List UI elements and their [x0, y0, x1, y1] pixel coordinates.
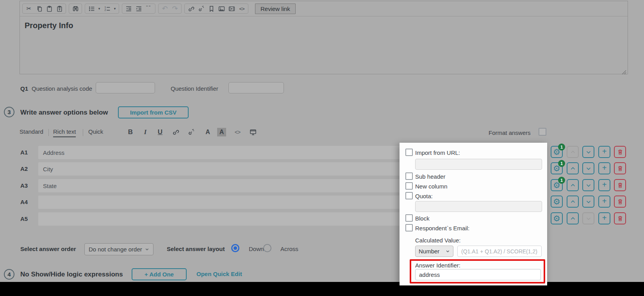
add-answer-button[interactable]: + — [598, 162, 610, 174]
bullet-list-icon[interactable] — [87, 4, 96, 13]
calculated-value-label: Calculated Value: — [415, 237, 460, 244]
underline-icon[interactable]: U — [155, 127, 165, 136]
answer-identifier-label: Answer Identifier: — [415, 262, 460, 269]
move-down-button[interactable] — [582, 196, 594, 208]
cut-icon[interactable]: ✂ — [24, 4, 34, 13]
link-icon[interactable] — [186, 4, 196, 13]
background-color-icon[interactable]: A — [217, 128, 226, 136]
outdent-icon[interactable] — [124, 4, 133, 13]
page: ✂ ▾ — [0, 0, 644, 296]
add-answer-button[interactable]: + — [598, 146, 610, 158]
undo-group: ↶ ↷ — [158, 4, 182, 14]
answer-row-id: A4 — [20, 199, 28, 205]
new-column-label: New column — [415, 183, 448, 190]
import-from-url-checkbox[interactable] — [405, 149, 413, 156]
review-link-button[interactable]: Review link — [255, 4, 296, 14]
copy-icon[interactable] — [34, 4, 44, 13]
add-answer-button[interactable]: + — [598, 179, 610, 191]
blockquote-icon[interactable]: “ — [144, 4, 153, 13]
code-icon[interactable]: <> — [233, 127, 242, 136]
answer-settings-button[interactable]: ⚙ — [551, 212, 563, 224]
tab-standard[interactable]: Standard — [20, 128, 43, 136]
add-answer-button[interactable]: + — [598, 196, 610, 208]
bullet-list-caret-icon[interactable]: ▾ — [97, 4, 102, 13]
redo-icon[interactable]: ↷ — [170, 4, 180, 13]
indent-icon[interactable] — [134, 4, 143, 13]
question-text-area[interactable]: Property Info — [20, 16, 628, 75]
move-up-button[interactable] — [567, 162, 579, 174]
numbered-list-caret-icon[interactable]: ▾ — [112, 4, 117, 13]
block-checkbox[interactable] — [405, 214, 413, 222]
move-up-button[interactable] — [567, 212, 579, 224]
answer-identifier-input[interactable] — [415, 269, 541, 280]
question-identifier-input[interactable] — [228, 82, 284, 93]
unlink-icon[interactable] — [196, 4, 206, 13]
move-down-button[interactable] — [582, 179, 594, 191]
link-icon[interactable] — [171, 127, 180, 136]
tab-quick[interactable]: Quick — [88, 128, 103, 136]
calc-type-select[interactable]: Number — [415, 246, 453, 257]
bookmark-icon[interactable] — [207, 4, 216, 13]
logic-section-title: No Show/Hide logic expressions — [20, 271, 123, 278]
import-url-input[interactable] — [415, 159, 542, 170]
move-up-button[interactable] — [567, 196, 579, 208]
question-identifier-label: Question Identifier — [171, 85, 218, 92]
delete-answer-button[interactable] — [614, 212, 626, 224]
undo-icon[interactable]: ↶ — [160, 4, 169, 13]
delete-answer-button[interactable] — [614, 162, 626, 174]
select-answer-order-label: Select answer order — [20, 246, 76, 252]
sub-header-checkbox[interactable] — [405, 172, 413, 180]
bold-icon[interactable]: B — [126, 127, 135, 136]
answer-settings-button[interactable]: ⚙1 — [551, 179, 563, 191]
delete-answer-button[interactable] — [614, 196, 626, 208]
delete-answer-button[interactable] — [614, 179, 626, 191]
answer-settings-button[interactable]: ⚙1 — [551, 162, 563, 174]
move-down-button[interactable] — [582, 146, 594, 158]
find-group — [69, 4, 82, 14]
unlink-icon[interactable] — [187, 127, 196, 136]
move-down-button[interactable] — [582, 162, 594, 174]
media-icon[interactable] — [227, 4, 236, 13]
resize-grip-icon[interactable] — [622, 69, 626, 74]
delete-answer-button[interactable] — [614, 146, 626, 158]
numbered-list-icon[interactable]: 12 — [102, 4, 112, 13]
quota-label: Quota: — [415, 193, 433, 199]
quota-checkbox[interactable] — [405, 192, 413, 199]
add-answer-button[interactable]: + — [598, 212, 610, 224]
format-answers-checkbox[interactable] — [539, 128, 546, 136]
italic-icon[interactable]: I — [141, 127, 150, 136]
tab-rich-text[interactable]: Rich text — [53, 128, 76, 137]
find-replace-icon[interactable] — [71, 4, 80, 13]
image-icon[interactable] — [217, 4, 226, 13]
svg-text:1: 1 — [104, 6, 106, 9]
paste-text-icon[interactable] — [55, 4, 64, 13]
source-code-icon[interactable]: <> — [237, 4, 246, 13]
respondents-email-label: Respondent`s Email: — [415, 225, 469, 231]
answer-order-select[interactable]: Do not change order — [84, 243, 153, 255]
preview-screen-icon[interactable] — [248, 127, 258, 136]
block-label: Block — [415, 215, 430, 222]
answer-settings-button[interactable]: ⚙ — [551, 196, 563, 208]
import-from-url-label: Import from URL: — [415, 149, 460, 156]
move-up-button — [567, 146, 579, 158]
answer-settings-button[interactable]: ⚙1 — [551, 146, 563, 158]
calc-formula-input[interactable] — [457, 246, 542, 257]
analysis-code-input[interactable] — [96, 82, 155, 93]
gear-icon: ⚙ — [553, 197, 560, 206]
quota-input[interactable] — [415, 201, 542, 212]
paste-icon[interactable] — [45, 4, 54, 13]
open-quick-edit-link[interactable]: Open Quick Edit — [196, 271, 242, 277]
layout-down-radio[interactable] — [231, 244, 239, 252]
move-up-button[interactable] — [567, 179, 579, 191]
import-from-csv-button[interactable]: Import from CSV — [118, 106, 189, 118]
respondents-email-checkbox[interactable] — [405, 224, 413, 231]
analysis-code-label: Question analysis code — [32, 85, 92, 92]
font-color-icon[interactable]: A — [203, 127, 212, 136]
add-logic-button[interactable]: + Add One — [132, 268, 187, 280]
chevron-down-icon — [145, 247, 149, 251]
sub-header-label: Sub header — [415, 173, 446, 180]
new-column-checkbox[interactable] — [405, 182, 413, 190]
layout-across-radio[interactable] — [263, 244, 271, 252]
indent-group: “ — [122, 4, 155, 14]
clipboard-group: ✂ — [22, 4, 66, 14]
